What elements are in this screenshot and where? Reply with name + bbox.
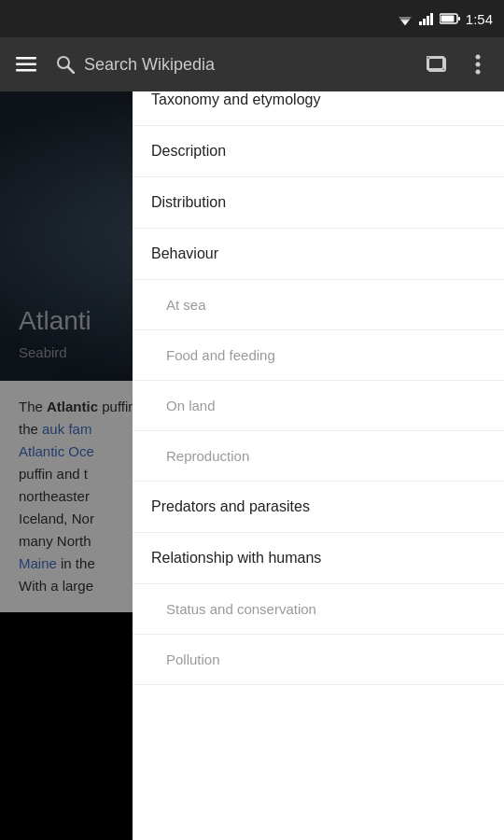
svg-rect-8: [458, 17, 460, 21]
svg-rect-10: [16, 57, 36, 60]
drawer-panel: Atlantic puffin Taxonomy and etymologyDe…: [133, 0, 504, 840]
toc-item-toc-distribution[interactable]: Distribution: [133, 177, 504, 229]
more-button[interactable]: [459, 46, 497, 83]
search-input[interactable]: Search Wikipedia: [84, 55, 215, 75]
svg-line-14: [68, 67, 74, 73]
tab-button[interactable]: [418, 46, 455, 83]
drawer-overlay: Atlantic puffin Taxonomy and etymologyDe…: [0, 0, 504, 840]
toc-list: Taxonomy and etymologyDescriptionDistrib…: [133, 75, 504, 685]
toolbar: Search Wikipedia: [0, 37, 504, 91]
toc-item-toc-at-sea[interactable]: At sea: [133, 280, 504, 330]
svg-rect-4: [423, 19, 426, 25]
svg-rect-9: [441, 16, 454, 22]
toolbar-right: [418, 46, 497, 83]
svg-rect-11: [16, 63, 36, 66]
wifi-icon: [397, 12, 413, 25]
svg-rect-5: [427, 16, 429, 25]
toc-item-toc-status[interactable]: Status and conservation: [133, 584, 504, 635]
toc-item-toc-predators[interactable]: Predators and parasites: [133, 482, 504, 533]
signal-icon: [419, 12, 434, 25]
status-icons: 1:54: [397, 11, 493, 27]
svg-rect-12: [16, 69, 36, 72]
toc-item-toc-description[interactable]: Description: [133, 126, 504, 177]
svg-marker-2: [402, 21, 408, 25]
svg-rect-3: [419, 21, 422, 25]
search-icon: [56, 55, 75, 74]
search-area[interactable]: Search Wikipedia: [52, 55, 411, 75]
svg-point-17: [476, 55, 481, 60]
status-time: 1:54: [466, 11, 493, 27]
svg-rect-6: [430, 13, 433, 25]
menu-button[interactable]: [7, 46, 45, 83]
battery-icon: [440, 13, 460, 24]
toc-item-toc-behaviour[interactable]: Behaviour: [133, 229, 504, 280]
drawer-dim[interactable]: [0, 0, 133, 840]
status-bar: 1:54: [0, 0, 504, 37]
svg-point-18: [476, 63, 481, 67]
toc-item-toc-reproduction[interactable]: Reproduction: [133, 431, 504, 482]
toc-item-toc-food[interactable]: Food and feeding: [133, 330, 504, 381]
toc-item-toc-relationship[interactable]: Relationship with humans: [133, 533, 504, 584]
svg-point-19: [476, 70, 481, 75]
toc-item-toc-on-land[interactable]: On land: [133, 381, 504, 431]
toc-item-toc-pollution[interactable]: Pollution: [133, 635, 504, 685]
